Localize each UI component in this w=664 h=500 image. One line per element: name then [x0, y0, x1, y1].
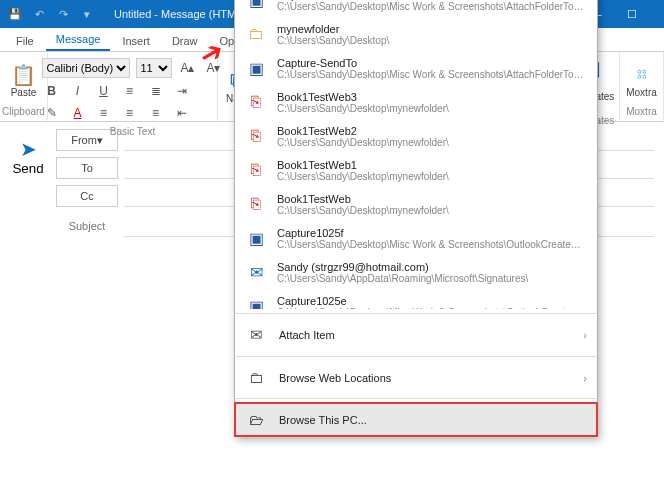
moxtra-button[interactable]: ⦂⦂Moxtra — [622, 61, 662, 100]
from-button[interactable]: From ▾ — [56, 129, 118, 151]
file-type-icon: 🗀 — [245, 21, 267, 47]
file-name: Sandy (strgzr99@hotmail.com) — [277, 261, 587, 273]
qat-more-icon[interactable]: ▾ — [76, 2, 98, 26]
file-name: Book1TestWeb3 — [277, 91, 587, 103]
redo-icon[interactable]: ↷ — [52, 2, 74, 26]
file-type-icon: ▣ — [245, 0, 267, 13]
file-name: Capture1025e — [277, 295, 587, 307]
to-button[interactable]: To — [56, 157, 118, 179]
file-name: Book1TestWeb1 — [277, 159, 587, 171]
recent-item[interactable]: ⎘Book1TestWeb3C:\Users\Sandy\Desktop\myn… — [235, 85, 597, 119]
file-type-icon: ⎘ — [245, 123, 267, 149]
file-type-icon: ▣ — [245, 225, 267, 251]
tab-draw[interactable]: Draw — [162, 31, 208, 51]
highlight-icon[interactable]: ✎ — [42, 104, 62, 122]
file-type-icon: ⎘ — [245, 157, 267, 183]
basic-text-group-label: Basic Text — [110, 126, 155, 139]
file-name: Capture1025f — [277, 227, 587, 239]
recent-item[interactable]: ⎘Book1TestWeb2C:\Users\Sandy\Desktop\myn… — [235, 119, 597, 153]
align-right-icon[interactable]: ≡ — [146, 104, 166, 122]
undo-icon[interactable]: ↶ — [28, 2, 50, 26]
close-button[interactable]: ✕ — [650, 0, 664, 28]
send-icon: ➤ — [20, 137, 37, 161]
file-type-icon: ▣ — [245, 293, 267, 309]
recent-item[interactable]: ⎘Book1TestWeb1C:\Users\Sandy\Desktop\myn… — [235, 153, 597, 187]
attach-file-menu: Recent Items ▣Capture-CreatedC:\Users\Sa… — [234, 0, 598, 437]
recent-items-list: ▣Capture-CreatedC:\Users\Sandy\Desktop\M… — [235, 0, 597, 309]
file-name: Capture-SendTo — [277, 57, 587, 69]
underline-button[interactable]: U — [94, 82, 114, 100]
envelope-icon: ✉ — [245, 326, 267, 344]
recent-item[interactable]: ⎘Book1TestWebC:\Users\Sandy\Desktop\myne… — [235, 187, 597, 221]
tab-file[interactable]: File — [6, 31, 44, 51]
maximize-button[interactable]: ☐ — [614, 0, 650, 28]
file-path: C:\Users\Sandy\Desktop\Misc Work & Scree… — [277, 307, 587, 310]
outdent-icon[interactable]: ⇤ — [172, 104, 192, 122]
recent-item[interactable]: ▣Capture-CreatedC:\Users\Sandy\Desktop\M… — [235, 0, 597, 17]
file-path: C:\Users\Sandy\Desktop\mynewfolder\ — [277, 205, 587, 216]
numbering-icon[interactable]: ≣ — [146, 82, 166, 100]
recent-item[interactable]: 🗀mynewfolderC:\Users\Sandy\Desktop\ — [235, 17, 597, 51]
font-color-icon[interactable]: A — [68, 104, 88, 122]
tab-insert[interactable]: Insert — [112, 31, 160, 51]
recent-item[interactable]: ✉Sandy (strgzr99@hotmail.com)C:\Users\Sa… — [235, 255, 597, 289]
recent-item[interactable]: ▣Capture1025fC:\Users\Sandy\Desktop\Misc… — [235, 221, 597, 255]
bold-button[interactable]: B — [42, 82, 62, 100]
recent-item[interactable]: ▣Capture1025eC:\Users\Sandy\Desktop\Misc… — [235, 289, 597, 309]
subject-label: Subject — [56, 220, 118, 232]
tab-message[interactable]: Message — [46, 29, 111, 51]
file-path: C:\Users\Sandy\Desktop\mynewfolder\ — [277, 171, 587, 182]
file-path: C:\Users\Sandy\Desktop\mynewfolder\ — [277, 103, 587, 114]
file-path: C:\Users\Sandy\Desktop\Misc Work & Scree… — [277, 69, 587, 80]
clipboard-group-label: Clipboard — [2, 106, 45, 119]
align-center-icon[interactable]: ≡ — [120, 104, 140, 122]
browse-this-pc-menu[interactable]: 🗁 Browse This PC... — [235, 403, 597, 436]
file-path: C:\Users\Sandy\Desktop\Misc Work & Scree… — [277, 239, 587, 250]
chevron-right-icon: › — [583, 329, 587, 341]
file-name: mynewfolder — [277, 23, 587, 35]
file-name: Book1TestWeb2 — [277, 125, 587, 137]
attach-item-menu[interactable]: ✉ Attach Item › — [235, 318, 597, 352]
indent-icon[interactable]: ⇥ — [172, 82, 192, 100]
font-name-select[interactable]: Calibri (Body) — [42, 58, 130, 78]
chevron-right-icon: › — [583, 372, 587, 384]
cc-button[interactable]: Cc — [56, 185, 118, 207]
browse-web-locations-menu[interactable]: 🗀 Browse Web Locations › — [235, 361, 597, 394]
italic-button[interactable]: I — [68, 82, 88, 100]
file-path: C:\Users\Sandy\Desktop\mynewfolder\ — [277, 137, 587, 148]
file-type-icon: ⎘ — [245, 89, 267, 115]
folder-open-icon: 🗁 — [245, 411, 267, 428]
cloud-folder-icon: 🗀 — [245, 369, 267, 386]
grow-font-icon[interactable]: A▴ — [178, 59, 198, 77]
file-path: C:\Users\Sandy\Desktop\Misc Work & Scree… — [277, 1, 587, 12]
font-size-select[interactable]: 11 — [136, 58, 172, 78]
align-left-icon[interactable]: ≡ — [94, 104, 114, 122]
send-button[interactable]: ➤ Send — [8, 134, 48, 178]
file-type-icon: ✉ — [245, 259, 267, 285]
recent-item[interactable]: ▣Capture-SendToC:\Users\Sandy\Desktop\Mi… — [235, 51, 597, 85]
file-type-icon: ▣ — [245, 55, 267, 81]
save-icon[interactable]: 💾 — [4, 2, 26, 26]
file-path: C:\Users\Sandy\Desktop\ — [277, 35, 587, 46]
file-name: Book1TestWeb — [277, 193, 587, 205]
bullets-icon[interactable]: ≡ — [120, 82, 140, 100]
file-type-icon: ⎘ — [245, 191, 267, 217]
file-path: C:\Users\Sandy\AppData\Roaming\Microsoft… — [277, 273, 587, 284]
paste-button[interactable]: 📋Paste — [4, 61, 44, 100]
